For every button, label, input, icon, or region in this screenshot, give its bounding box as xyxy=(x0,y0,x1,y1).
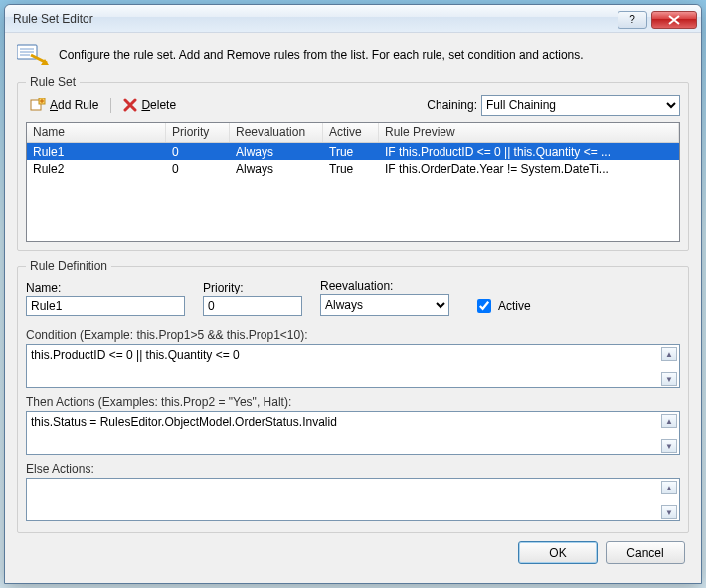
titlebar: Rule Set Editor ? xyxy=(5,5,701,33)
col-priority[interactable]: Priority xyxy=(166,123,230,142)
delete-icon xyxy=(123,98,137,112)
window: Rule Set Editor ? Configure the rule set… xyxy=(4,4,702,584)
priority-label: Priority: xyxy=(203,281,302,294)
col-active[interactable]: Active xyxy=(323,123,379,142)
then-label: Then Actions (Examples: this.Prop2 = "Ye… xyxy=(26,395,680,409)
cancel-button[interactable]: Cancel xyxy=(606,541,685,564)
name-input[interactable] xyxy=(26,296,185,316)
col-preview[interactable]: Rule Preview xyxy=(379,123,679,142)
footer: OK Cancel xyxy=(17,533,689,564)
active-label: Active xyxy=(498,299,531,313)
then-input[interactable] xyxy=(26,411,680,455)
reeval-field: Reevaluation: Always xyxy=(320,279,449,316)
else-input[interactable] xyxy=(26,478,680,521)
condition-input[interactable] xyxy=(26,344,680,388)
chaining-label: Chaining: xyxy=(427,98,477,112)
header-text: Configure the rule set. Add and Remove r… xyxy=(59,48,584,62)
ruleset-group: Rule Set Add Rule Delete xyxy=(17,75,689,251)
window-title: Rule Set Editor xyxy=(13,12,93,26)
reeval-select[interactable]: Always xyxy=(320,294,449,316)
close-button[interactable] xyxy=(651,11,697,29)
chevron-up-icon[interactable]: ▲ xyxy=(661,481,677,494)
chevron-down-icon[interactable]: ▼ xyxy=(661,372,677,386)
grid-body: Rule1 0 Always True IF this.ProductID <=… xyxy=(27,143,679,177)
name-label: Name: xyxy=(26,281,185,294)
add-icon xyxy=(30,98,46,113)
active-checkbox[interactable] xyxy=(477,299,491,313)
col-name[interactable]: Name xyxy=(27,123,166,142)
ruleset-legend: Rule Set xyxy=(26,75,80,89)
chevron-up-icon[interactable]: ▲ xyxy=(661,347,677,361)
chevron-down-icon[interactable]: ▼ xyxy=(661,439,677,453)
delete-button[interactable]: Delete xyxy=(119,98,180,113)
ruleset-icon xyxy=(17,43,49,67)
chevron-up-icon[interactable]: ▲ xyxy=(661,414,677,428)
priority-field: Priority: xyxy=(203,281,302,316)
header: Configure the rule set. Add and Remove r… xyxy=(17,43,689,67)
add-rule-button[interactable]: Add Rule xyxy=(26,97,102,114)
priority-input[interactable] xyxy=(203,296,302,316)
toolbar: Add Rule Delete Chaining: Full Chaining xyxy=(26,95,680,116)
rule-definition-group: Rule Definition Name: Priority: Reevalua… xyxy=(17,259,689,533)
ok-button[interactable]: OK xyxy=(518,541,598,564)
close-icon xyxy=(668,15,680,25)
help-button[interactable]: ? xyxy=(618,11,647,29)
condition-spinner[interactable]: ▲▼ xyxy=(661,347,677,386)
client-area: Configure the rule set. Add and Remove r… xyxy=(5,33,701,583)
name-field: Name: xyxy=(26,281,185,316)
else-spinner[interactable]: ▲▼ xyxy=(661,481,677,519)
chaining-select[interactable]: Full Chaining xyxy=(481,95,680,116)
separator xyxy=(110,98,111,113)
table-row[interactable]: Rule1 0 Always True IF this.ProductID <=… xyxy=(27,143,679,160)
rule-definition-legend: Rule Definition xyxy=(26,259,111,273)
table-row[interactable]: Rule2 0 Always True IF this.OrderDate.Ye… xyxy=(27,160,679,177)
active-check[interactable]: Active xyxy=(473,296,531,316)
definition-row: Name: Priority: Reevaluation: Always Act… xyxy=(26,279,680,316)
grid-header: Name Priority Reevaluation Active Rule P… xyxy=(27,123,679,143)
then-spinner[interactable]: ▲▼ xyxy=(661,414,677,453)
delete-label: Delete xyxy=(141,98,176,112)
reeval-label: Reevaluation: xyxy=(320,279,449,293)
else-label: Else Actions: xyxy=(26,462,680,476)
condition-label: Condition (Example: this.Prop1>5 && this… xyxy=(26,328,680,342)
chevron-down-icon[interactable]: ▼ xyxy=(661,505,677,519)
rules-grid[interactable]: Name Priority Reevaluation Active Rule P… xyxy=(26,122,680,242)
add-rule-label: Add Rule xyxy=(50,98,98,112)
col-reeval[interactable]: Reevaluation xyxy=(230,123,323,142)
